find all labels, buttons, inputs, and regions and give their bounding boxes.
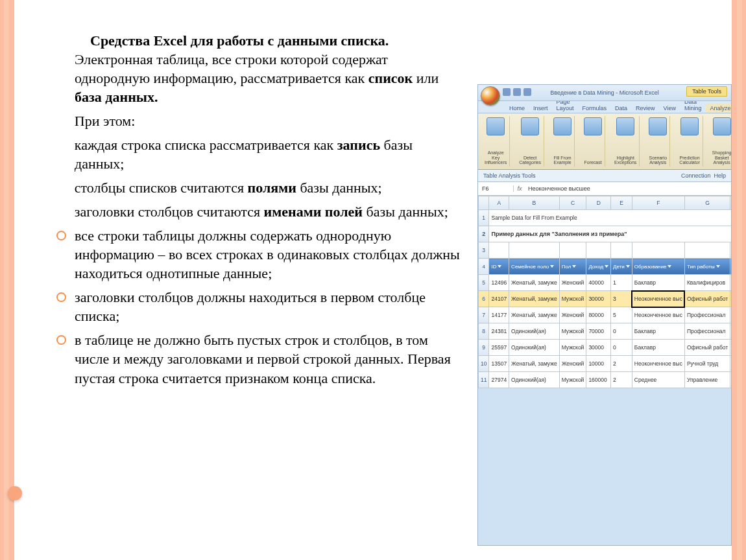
cell[interactable]: Офисный работ xyxy=(684,340,730,356)
quick-access-toolbar[interactable] xyxy=(503,88,531,96)
ribbon-icon[interactable] xyxy=(649,117,667,135)
cell[interactable]: Профессионал xyxy=(684,307,730,323)
cell[interactable]: Мужской xyxy=(559,340,586,356)
cell[interactable]: 1 xyxy=(611,275,632,291)
sheet-title-1[interactable]: Sample Data for Fill From Example xyxy=(489,210,732,226)
cell[interactable]: Одинокий(ая) xyxy=(509,323,560,340)
spreadsheet-grid[interactable]: ABCDEFGH1Sample Data for Fill From Examp… xyxy=(478,196,731,388)
ribbon-tab-insert[interactable]: Insert xyxy=(529,104,552,113)
table-header-cell[interactable]: Доход xyxy=(586,259,611,275)
table-header-cell[interactable]: Владеет дом xyxy=(730,259,732,275)
cell[interactable]: 160000 xyxy=(586,372,611,388)
col-header[interactable]: A xyxy=(489,196,509,210)
cell[interactable]: Мужской xyxy=(559,372,586,388)
cell[interactable]: 3 xyxy=(611,291,632,307)
col-header[interactable]: G xyxy=(684,196,730,210)
ribbon-icon[interactable] xyxy=(713,117,731,135)
ribbon-icon[interactable] xyxy=(616,117,634,135)
cell[interactable]: 80000 xyxy=(586,307,611,323)
cell[interactable]: Женатый, замуже xyxy=(509,275,560,291)
ribbon-group[interactable]: Analyze Key Influencers xyxy=(482,116,510,167)
cell[interactable]: Одинокий(ая) xyxy=(509,340,560,356)
cell[interactable]: 30000 xyxy=(586,340,611,356)
ribbon-tab-home[interactable]: Home xyxy=(505,104,529,113)
cell[interactable]: 10000 xyxy=(586,356,611,372)
cell[interactable]: Одинокий(ая) xyxy=(509,372,560,388)
cell[interactable]: 14177 xyxy=(489,307,509,323)
name-box[interactable]: F6 xyxy=(478,185,514,192)
cell[interactable]: 5 xyxy=(611,307,632,323)
cell[interactable]: Да xyxy=(730,356,732,372)
cell[interactable]: 2 xyxy=(611,356,632,372)
subbar-connection[interactable]: Connection xyxy=(681,172,711,179)
table-header-cell[interactable]: Семейное поло xyxy=(509,259,560,275)
ribbon-tab-data[interactable]: Data xyxy=(611,104,631,113)
cell[interactable]: 30000 xyxy=(586,291,611,307)
table-tools-tab[interactable]: Table Tools xyxy=(686,86,727,97)
cell[interactable]: Квалифициров xyxy=(684,275,730,291)
table-header-cell[interactable]: Образование xyxy=(632,259,684,275)
cell[interactable]: Профессионал xyxy=(684,323,730,340)
cell[interactable]: 40000 xyxy=(586,275,611,291)
cell[interactable]: Да xyxy=(730,291,732,307)
cell[interactable]: 24381 xyxy=(489,323,509,340)
table-header-cell[interactable]: ID xyxy=(489,259,509,275)
cell[interactable]: Среднее xyxy=(632,372,684,388)
ribbon-icon[interactable] xyxy=(521,117,539,135)
cell[interactable]: Женский xyxy=(559,356,586,372)
ribbon-group[interactable]: Prediction Calculator xyxy=(677,116,703,167)
cell[interactable]: Да xyxy=(730,323,732,340)
cell[interactable]: Женатый, замуже xyxy=(509,356,560,372)
col-header[interactable]: D xyxy=(586,196,611,210)
col-header[interactable]: E xyxy=(611,196,632,210)
table-header-cell[interactable]: Пол xyxy=(559,259,586,275)
ribbon-group[interactable]: Forecast xyxy=(581,116,605,167)
ribbon-tab-review[interactable]: Review xyxy=(632,104,659,113)
cell[interactable]: Неоконченное выс xyxy=(632,291,684,307)
cell[interactable]: Ручной труд xyxy=(684,356,730,372)
col-header[interactable]: C xyxy=(559,196,586,210)
ribbon-tab-analyze[interactable]: Analyze xyxy=(706,104,732,113)
ribbon-group[interactable]: Detect Categories xyxy=(516,116,544,167)
ribbon-tab-formulas[interactable]: Formulas xyxy=(579,104,611,113)
cell[interactable]: 0 xyxy=(611,340,632,356)
cell[interactable]: Мужской xyxy=(559,291,586,307)
cell[interactable]: Женский xyxy=(559,275,586,291)
cell[interactable]: Баклавр xyxy=(632,275,684,291)
cell[interactable]: 12496 xyxy=(489,275,509,291)
cell[interactable]: Неоконченное выс xyxy=(632,307,684,323)
cell[interactable]: Нет xyxy=(730,340,732,356)
cell[interactable]: Неоконченное выс xyxy=(632,356,684,372)
cell[interactable]: Да xyxy=(730,275,732,291)
cell[interactable]: Женатый, замуже xyxy=(509,291,560,307)
cell[interactable]: 0 xyxy=(611,323,632,340)
cell[interactable]: 2 xyxy=(611,372,632,388)
cell[interactable]: Баклавр xyxy=(632,323,684,340)
fx-icon[interactable]: fx xyxy=(514,185,525,192)
subbar-help[interactable]: Help xyxy=(714,172,726,179)
ribbon-group[interactable]: Scenario Analysis xyxy=(646,116,670,167)
formula-value[interactable]: Неоконченное высшее xyxy=(525,185,731,192)
cell[interactable]: Мужской xyxy=(559,323,586,340)
ribbon-icon[interactable] xyxy=(680,117,699,135)
col-header[interactable]: H xyxy=(730,196,732,210)
cell[interactable]: 27974 xyxy=(489,372,509,388)
ribbon-group[interactable]: Fill From Example xyxy=(551,116,575,167)
sheet-title-2[interactable]: Пример данных для "Заполнения из примера… xyxy=(489,226,732,242)
ribbon-tab-view[interactable]: View xyxy=(660,104,680,113)
office-button-icon[interactable] xyxy=(481,86,500,106)
table-header-cell[interactable]: Дети xyxy=(611,259,632,275)
cell[interactable]: Женский xyxy=(559,307,586,323)
col-header[interactable]: F xyxy=(632,196,684,210)
ribbon-group[interactable]: Highlight Exceptions xyxy=(612,116,640,167)
ribbon-icon[interactable] xyxy=(553,117,572,135)
table-header-cell[interactable]: Тип работы xyxy=(684,259,730,275)
cell[interactable]: 13507 xyxy=(489,356,509,372)
cell[interactable]: Да xyxy=(730,372,732,388)
cell[interactable]: Нет xyxy=(730,307,732,323)
cell[interactable]: 25597 xyxy=(489,340,509,356)
cell[interactable]: 70000 xyxy=(586,323,611,340)
ribbon-group[interactable]: Shopping Basket Analysis xyxy=(710,116,732,167)
ribbon-icon[interactable] xyxy=(487,117,505,135)
cell[interactable]: Управление xyxy=(684,372,730,388)
